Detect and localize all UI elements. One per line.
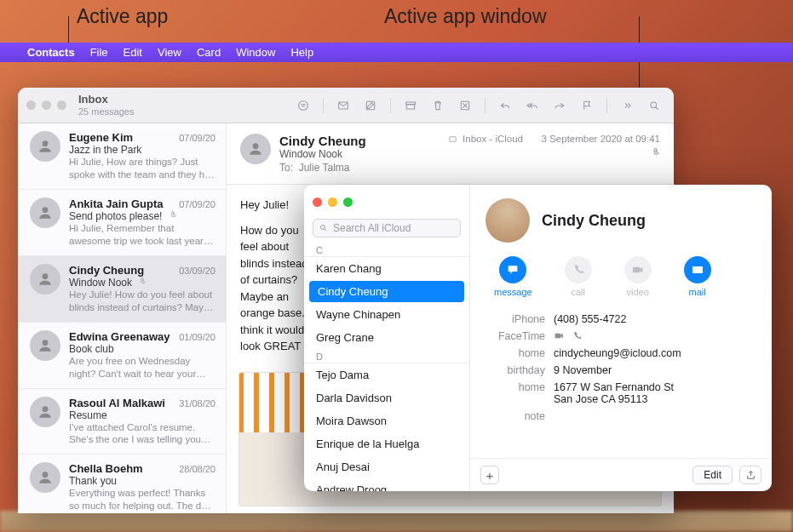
- message-subject: Window Nook: [69, 277, 215, 289]
- sender-avatar: [240, 134, 271, 164]
- menu-file[interactable]: File: [90, 46, 108, 59]
- menubar: Contacts File Edit View Card Window Help: [0, 43, 793, 62]
- search-icon[interactable]: [643, 96, 665, 115]
- field-home-email-label: home: [486, 347, 545, 359]
- action-message-label: message: [494, 287, 532, 297]
- mail-message-item[interactable]: Cindy Cheung03/09/20Window Nook Hey Juli…: [18, 256, 226, 323]
- contacts-list-item[interactable]: Enrique de la Huelga: [304, 432, 469, 455]
- search-placeholder: Search All iCloud: [333, 222, 411, 234]
- add-contact-button[interactable]: +: [480, 466, 499, 484]
- field-note-label: note: [486, 410, 545, 422]
- mail-message-item[interactable]: Chella Boehm28/08/20Thank youEverything …: [18, 455, 226, 513]
- envelope-icon[interactable]: [332, 96, 354, 115]
- message-sender: Edwina Greenaway: [69, 330, 170, 343]
- mail-traffic-lights[interactable]: [26, 100, 66, 110]
- reply-icon[interactable]: [494, 96, 516, 115]
- svg-point-11: [43, 406, 49, 412]
- toolbar-separator: [390, 98, 391, 113]
- contacts-list-item[interactable]: Greg Crane: [304, 326, 469, 349]
- mail-title: Inbox: [78, 94, 134, 106]
- forward-icon[interactable]: [549, 96, 571, 115]
- field-home-addr-value[interactable]: 1677 W San Fernando StSan Jose CA 95113: [554, 381, 674, 405]
- svg-point-6: [651, 102, 657, 108]
- trash-icon[interactable]: [427, 96, 449, 115]
- filter-icon[interactable]: [292, 96, 314, 115]
- field-birthday-value: 9 November: [554, 364, 612, 376]
- message-subject: Window Nook: [279, 148, 366, 160]
- svg-point-8: [43, 207, 49, 213]
- field-birthday-label: birthday: [486, 364, 545, 376]
- contacts-window: Search All iCloud CKaren ChangCindy Cheu…: [304, 185, 772, 491]
- reply-all-icon[interactable]: [521, 96, 543, 115]
- contacts-section-header: C: [304, 243, 469, 257]
- message-preview: Hi Julie, Remember that awesome trip we …: [69, 222, 215, 248]
- menubar-app-name[interactable]: Contacts: [27, 46, 75, 59]
- field-home-addr-l1: 1677 W San Fernando St: [554, 381, 674, 393]
- action-message[interactable]: message: [494, 256, 532, 297]
- field-facetime-icons[interactable]: [554, 330, 583, 341]
- archive-icon[interactable]: [399, 96, 422, 115]
- message-subject: Send photos please!: [69, 210, 215, 222]
- action-mail-label: mail: [689, 287, 706, 297]
- callout-active-app: Active app: [77, 5, 168, 28]
- flag-icon[interactable]: [576, 96, 598, 115]
- message-date: 28/08/20: [179, 464, 215, 474]
- contacts-list-item[interactable]: Karen Chang: [304, 257, 469, 280]
- junk-icon[interactable]: [454, 96, 476, 115]
- svg-point-13: [253, 143, 259, 149]
- mail-message-list[interactable]: Eugene Kim07/09/20Jazz in the ParkHi Jul…: [18, 123, 227, 513]
- contacts-list[interactable]: CKaren ChangCindy CheungWayne ChinapenGr…: [304, 243, 469, 491]
- field-home-addr-l2: San Jose CA 95113: [554, 393, 674, 405]
- menu-help[interactable]: Help: [290, 46, 313, 59]
- action-call-label: call: [571, 287, 585, 297]
- share-button[interactable]: [739, 466, 761, 484]
- message-sender: Rasoul Al Malkawi: [69, 397, 165, 409]
- contacts-list-item[interactable]: Andrew Droog: [304, 478, 469, 491]
- action-video[interactable]: video: [624, 256, 652, 297]
- avatar: [30, 397, 60, 427]
- contacts-list-item[interactable]: Cindy Cheung: [309, 281, 464, 302]
- message-date: 01/09/20: [179, 332, 215, 342]
- edit-button[interactable]: Edit: [692, 466, 733, 484]
- message-date: 03/09/20: [179, 266, 215, 276]
- message-subject: Resume: [69, 409, 215, 421]
- menu-window[interactable]: Window: [236, 46, 275, 59]
- menu-card[interactable]: Card: [197, 46, 221, 59]
- message-subject: Jazz in the Park: [69, 144, 215, 156]
- message-date: 3 September 2020 at 09:41: [542, 134, 660, 144]
- toolbar-separator: [606, 98, 607, 113]
- mail-message-item[interactable]: Rasoul Al Malkawi31/08/20ResumeI've atta…: [18, 389, 226, 455]
- menu-view[interactable]: View: [158, 46, 181, 59]
- mail-message-item[interactable]: Eugene Kim07/09/20Jazz in the ParkHi Jul…: [18, 123, 226, 190]
- toolbar-separator: [323, 98, 324, 113]
- avatar: [30, 131, 60, 162]
- mail-message-item[interactable]: Ankita Jain Gupta07/09/20Send photos ple…: [18, 190, 226, 256]
- contacts-list-item[interactable]: Tejo Dama: [304, 363, 469, 386]
- field-iphone-value[interactable]: (408) 555-4722: [554, 313, 626, 325]
- message-from: Cindy Cheung: [279, 134, 366, 148]
- svg-point-0: [299, 100, 308, 110]
- contacts-search-input[interactable]: Search All iCloud: [313, 219, 461, 237]
- contacts-list-item[interactable]: Moira Dawson: [304, 409, 469, 432]
- field-home-email-value[interactable]: cindycheung9@icloud.com: [554, 347, 681, 359]
- contacts-list-item[interactable]: Anuj Desai: [304, 455, 469, 478]
- svg-point-14: [321, 226, 325, 230]
- message-to: Julie Talma: [299, 162, 350, 174]
- field-home-addr-label: home: [486, 381, 545, 393]
- message-sender: Chella Boehm: [69, 462, 143, 475]
- avatar: [30, 197, 60, 228]
- svg-point-12: [43, 472, 49, 478]
- contacts-traffic-lights[interactable]: [313, 197, 353, 207]
- avatar: [30, 462, 60, 493]
- more-icon[interactable]: [616, 96, 638, 115]
- action-mail[interactable]: mail: [684, 256, 711, 297]
- message-sender: Cindy Cheung: [69, 264, 144, 277]
- mail-message-item[interactable]: Edwina Greenaway01/09/20Book clubAre you…: [18, 323, 226, 389]
- compose-icon[interactable]: [359, 96, 382, 115]
- menu-edit[interactable]: Edit: [124, 46, 142, 59]
- contacts-list-item[interactable]: Wayne Chinapen: [304, 303, 469, 326]
- message-sender: Eugene Kim: [69, 131, 133, 144]
- action-call[interactable]: call: [565, 256, 592, 297]
- svg-point-10: [43, 340, 49, 346]
- contacts-list-item[interactable]: Darla Davidson: [304, 386, 469, 409]
